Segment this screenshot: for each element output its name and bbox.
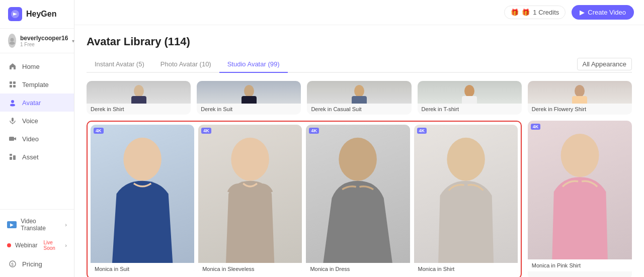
top-bar: 🎁 🎁 1 Credits ▶ Create Video bbox=[74, 0, 644, 25]
list-item[interactable]: Derek in T-shirt bbox=[418, 81, 522, 115]
sidebar-item-avatar[interactable]: Avatar bbox=[0, 94, 74, 112]
voice-icon bbox=[8, 116, 17, 125]
tab-photo-avatar[interactable]: Photo Avatar (10) bbox=[152, 56, 219, 73]
avatar-tabs: Instant Avatar (5) Photo Avatar (10) Stu… bbox=[87, 56, 632, 73]
svg-rect-3 bbox=[10, 81, 12, 84]
svg-rect-18 bbox=[131, 96, 146, 104]
svg-point-2 bbox=[10, 42, 15, 45]
svg-point-29 bbox=[145, 187, 166, 201]
derek-row: Derek in Shirt Derek in Suit Derek in Ca… bbox=[87, 81, 632, 115]
appearance-filter[interactable]: All Appearance bbox=[577, 58, 632, 70]
avatar-name: Derek in T-shirt bbox=[418, 104, 522, 115]
svg-rect-24 bbox=[462, 96, 477, 104]
nav-label-avatar: Avatar bbox=[22, 99, 41, 107]
svg-point-7 bbox=[11, 100, 14, 103]
svg-point-17 bbox=[134, 85, 144, 97]
avatar-name: Derek in Suit bbox=[197, 104, 301, 115]
svg-point-28 bbox=[119, 187, 140, 201]
svg-point-8 bbox=[10, 104, 15, 107]
sidebar-bottom: ▶ Video Translate › Webinar Live Soon › … bbox=[0, 209, 74, 277]
chevron-right-icon-2: › bbox=[65, 242, 67, 248]
avatar-name: Derek in Shirt bbox=[87, 104, 191, 115]
svg-rect-20 bbox=[242, 96, 257, 104]
sidebar-item-voice[interactable]: Voice bbox=[0, 112, 74, 130]
logo-text: HeyGen bbox=[26, 10, 56, 19]
svg-point-31 bbox=[339, 138, 377, 181]
sidebar-item-video[interactable]: Video bbox=[0, 130, 74, 148]
svg-rect-6 bbox=[13, 85, 16, 87]
sidebar-nav: Home Template Avatar bbox=[0, 53, 74, 209]
create-video-button[interactable]: ▶ Create Video bbox=[572, 5, 634, 20]
pricing-label: Pricing bbox=[22, 260, 42, 268]
svg-point-25 bbox=[575, 85, 585, 97]
svg-point-21 bbox=[354, 85, 364, 97]
avatar-name: Monica in Suit bbox=[91, 263, 194, 275]
list-item[interactable]: 4K Monica in Shirt bbox=[414, 125, 518, 275]
svg-point-1 bbox=[11, 38, 14, 42]
svg-point-23 bbox=[464, 85, 474, 97]
avatar bbox=[8, 34, 16, 48]
list-item[interactable]: 4K Monica in Pink Shirt bbox=[528, 121, 632, 277]
svg-rect-5 bbox=[10, 85, 12, 87]
main-content: 🎁 🎁 1 Credits ▶ Create Video Avatar Libr… bbox=[74, 0, 644, 277]
video-translate-item[interactable]: ▶ Video Translate › bbox=[0, 214, 74, 236]
user-profile[interactable]: beverlycooper16 1 Free ▾ bbox=[0, 29, 74, 53]
tab-instant-avatar[interactable]: Instant Avatar (5) bbox=[87, 56, 152, 73]
nav-label-voice: Voice bbox=[22, 117, 38, 125]
svg-point-32 bbox=[447, 138, 485, 181]
gift-icon: 🎁 bbox=[511, 9, 519, 16]
list-item[interactable]: Derek in Suit bbox=[197, 81, 301, 115]
credits-badge: 🎁 🎁 1 Credits bbox=[504, 6, 566, 19]
list-item[interactable]: 4K Monica in Sleeveless bbox=[198, 125, 302, 275]
asset-icon bbox=[8, 152, 17, 161]
svg-rect-9 bbox=[12, 118, 14, 122]
template-icon bbox=[8, 80, 17, 89]
webinar-badge: Live Soon bbox=[43, 240, 61, 251]
play-icon: ▶ bbox=[580, 9, 585, 16]
quality-badge: 4K bbox=[201, 128, 211, 134]
svg-rect-12 bbox=[10, 157, 12, 160]
nav-label-asset: Asset bbox=[22, 153, 39, 161]
svg-point-19 bbox=[244, 85, 254, 97]
avatar-name: Derek in Casual Suit bbox=[307, 104, 411, 115]
sidebar-item-template[interactable]: Template bbox=[0, 75, 74, 94]
chevron-right-icon: › bbox=[65, 222, 67, 228]
monica-group: 4K Monica in Suit 4K bbox=[87, 121, 522, 277]
user-plan: 1 Free bbox=[20, 42, 68, 47]
tab-studio-avatar[interactable]: Studio Avatar (99) bbox=[219, 56, 288, 73]
svg-rect-11 bbox=[9, 137, 14, 141]
pricing-icon: $ bbox=[8, 259, 17, 268]
avatar-name: Monica in Dress bbox=[306, 263, 410, 275]
home-icon bbox=[8, 62, 17, 71]
nav-label-home: Home bbox=[22, 63, 40, 70]
avatar-name: Monica in Shirt bbox=[414, 263, 518, 275]
nav-label-template: Template bbox=[22, 81, 49, 88]
content-area: Avatar Library (114) Instant Avatar (5) … bbox=[74, 25, 644, 277]
gift-icon-2: 🎁 bbox=[522, 9, 530, 16]
sidebar-item-home[interactable]: Home bbox=[0, 57, 74, 75]
logo-container[interactable]: HeyGen bbox=[0, 0, 74, 29]
svg-rect-26 bbox=[572, 96, 587, 104]
sidebar-item-asset[interactable]: Asset bbox=[0, 148, 74, 166]
webinar-item[interactable]: Webinar Live Soon › bbox=[0, 236, 74, 255]
webinar-dot-icon bbox=[7, 243, 11, 247]
video-translate-icon: ▶ bbox=[7, 221, 17, 228]
list-item[interactable]: Derek in Flowery Shirt bbox=[528, 81, 632, 115]
avatar-name: Monica in Pink Shirt bbox=[528, 259, 632, 271]
list-item[interactable]: Derek in Shirt bbox=[87, 81, 191, 115]
page-title: Avatar Library (114) bbox=[87, 35, 632, 48]
svg-point-30 bbox=[231, 138, 269, 181]
logo-icon bbox=[8, 7, 22, 21]
svg-rect-13 bbox=[13, 155, 16, 160]
video-translate-label: Video Translate bbox=[21, 218, 61, 232]
avatar-name: Monica in Sleeveless bbox=[198, 263, 302, 275]
list-item[interactable]: 4K Monica in Suit bbox=[91, 125, 194, 275]
create-video-label: Create Video bbox=[588, 9, 626, 16]
svg-point-27 bbox=[123, 138, 162, 181]
quality-badge: 4K bbox=[417, 128, 427, 134]
svg-rect-22 bbox=[352, 96, 367, 104]
svg-point-33 bbox=[560, 134, 599, 177]
sidebar-item-pricing[interactable]: $ Pricing bbox=[0, 255, 74, 273]
list-item[interactable]: 4K Monica in Dress bbox=[306, 125, 410, 275]
list-item[interactable]: Derek in Casual Suit bbox=[307, 81, 411, 115]
